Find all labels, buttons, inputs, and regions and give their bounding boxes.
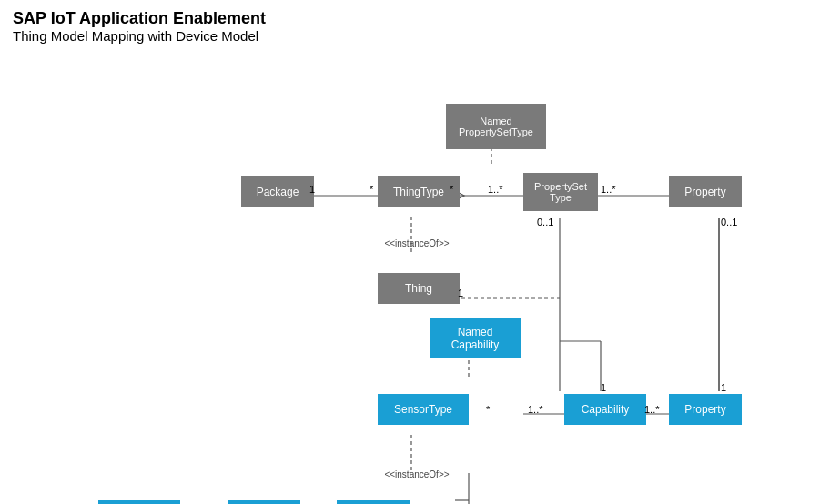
- card-pkg-star: *: [370, 184, 373, 195]
- named-pst-label: Named PropertySetType: [459, 116, 533, 137]
- card-prop-bottom-1: 1: [721, 382, 726, 393]
- card-pkg-1: 1: [309, 184, 315, 195]
- sensor-box: Sensor: [337, 500, 410, 504]
- card-thing-1: 1: [458, 287, 463, 298]
- sensor-type-box: SensorType: [378, 394, 469, 425]
- gateway-box: Gateway: [98, 500, 180, 504]
- capability-box: Capability: [564, 394, 646, 425]
- thing-box: Thing: [378, 273, 460, 304]
- main-title: SAP IoT Application Enablement: [13, 9, 807, 28]
- card-prop-top-01: 0..1: [721, 217, 737, 227]
- named-property-set-type-box: Named PropertySetType: [446, 104, 546, 149]
- package-box: Package: [241, 176, 314, 207]
- card-pst-1star: 1..*: [488, 184, 503, 195]
- instance-of-bottom-label: <<instanceOf>>: [371, 469, 462, 479]
- card-st-star: *: [486, 404, 490, 415]
- package-label: Package: [257, 186, 299, 198]
- thing-type-box: ThingType: [378, 176, 460, 207]
- named-capability-box: Named Capability: [430, 318, 521, 358]
- instance-of-top-label: <<instanceOf>>: [371, 238, 462, 248]
- property-bottom-label: Property: [684, 403, 725, 416]
- property-bottom-box: Property: [669, 394, 742, 425]
- device-box: Device: [228, 500, 300, 504]
- card-pst-to-prop: 1..*: [601, 184, 616, 195]
- card-pst-01: 0..1: [537, 217, 553, 227]
- capability-label: Capability: [582, 403, 630, 416]
- thing-type-label: ThingType: [393, 186, 444, 198]
- card-st-1star: 1..*: [528, 404, 543, 415]
- diagram: Named PropertySetType Package ThingType …: [0, 55, 820, 504]
- card-cap-1: 1: [601, 382, 606, 393]
- property-top-label: Property: [684, 186, 725, 198]
- card-cap-to-prop: 1..*: [644, 404, 660, 415]
- header: SAP IoT Application Enablement Thing Mod…: [0, 0, 820, 47]
- sub-title: Thing Model Mapping with Device Model: [13, 28, 807, 44]
- named-capability-label: Named Capability: [451, 326, 500, 351]
- sensor-type-label: SensorType: [394, 403, 452, 416]
- card-tt-star: *: [450, 184, 453, 195]
- property-set-type-box: PropertySet Type: [523, 173, 598, 211]
- thing-label: Thing: [405, 282, 432, 295]
- pst-label: PropertySet Type: [534, 181, 587, 203]
- property-top-box: Property: [669, 176, 742, 207]
